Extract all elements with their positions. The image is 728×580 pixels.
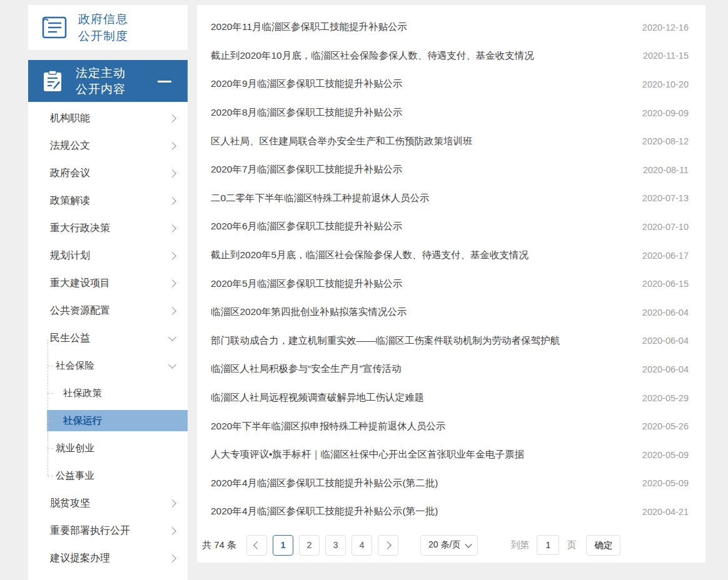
article-list: 2020年11月临淄区参保职工技能提升补贴公示 2020-12-16 截止到20… (197, 5, 705, 526)
article-date: 2020-05-29 (642, 393, 689, 403)
sidebar-menu-item-label: 脱贫攻坚 (50, 497, 169, 510)
article-title-link[interactable]: 2020年4月临淄区参保职工技能提升补贴公示(第一批) (211, 505, 630, 518)
sidebar-header-title: 法定主动 公开内容 (76, 65, 126, 98)
article-title-link[interactable]: 2020年6月临淄区参保职工技能提升补贴公示 (211, 220, 630, 233)
chevron-icon (168, 527, 176, 535)
article-list-panel: 2020年11月临淄区参保职工技能提升补贴公示 2020-12-16 截止到20… (197, 5, 705, 562)
sidebar-menu-item[interactable]: 法规公文 (28, 132, 188, 159)
page-size-label: 20 条/页 (428, 539, 460, 551)
article-title-link[interactable]: 2020年9月临淄区参保职工技能提升补贴公示 (211, 78, 630, 91)
article-title-link[interactable]: 2020年11月临淄区参保职工技能提升补贴公示 (211, 21, 630, 34)
article-date: 2020-05-26 (642, 421, 689, 431)
confirm-button[interactable]: 确定 (586, 535, 620, 556)
confirm-button-label: 确定 (594, 539, 612, 551)
sidebar-menu-item[interactable]: 重大建设项目 (28, 269, 188, 297)
chevron-icon (168, 279, 176, 288)
sidebar-menu-item[interactable]: 社保政策 (28, 379, 188, 407)
article-title-link[interactable]: 临淄区人社局远程视频调查破解异地工伤认定难题 (211, 391, 630, 404)
sidebar-menu-item-label: 社保运行 (63, 414, 175, 428)
article-title-link[interactable]: 2020年下半年临淄区拟申报特殊工种提前退休人员公示 (211, 420, 630, 433)
sidebar-panel: 法定主动 公开内容 机构职能 法规公文 政府会议 政策解读 (28, 60, 188, 580)
article-row: 2020年4月临淄区参保职工技能提升补贴公示(第二批) 2020-05-09 (197, 469, 705, 498)
sidebar-menu-item[interactable]: 规划计划 (28, 242, 188, 269)
sidebar-menu-item[interactable]: 就业创业 (28, 434, 188, 462)
chevron-icon (168, 252, 176, 260)
article-row: 临淄区人社局积极参与“安全生产月”宣传活动 2020-06-04 (197, 355, 705, 384)
sidebar-card-gov-info-system[interactable]: 政府信息 公开制度 (28, 5, 188, 50)
sidebar-menu-item-label: 公益事业 (56, 469, 175, 482)
pagination-next-button[interactable] (378, 535, 398, 556)
sidebar-menu-item[interactable]: 机构职能 (28, 104, 188, 132)
article-title-link[interactable]: 区人社局、区住建局联合举办安全生产和工伤预防政策培训班 (211, 135, 630, 148)
sidebar-menu-item-label: 社保政策 (63, 387, 175, 400)
article-title-link[interactable]: 2020年5月临淄区参保职工技能提升补贴公示 (211, 278, 630, 291)
article-row: 2020年6月临淄区参保职工技能提升补贴公示 2020-07-10 (197, 212, 705, 241)
article-title-link[interactable]: 截止到2020年5月底，临淄区社会保险参保人数、待遇支付、基金收支情况 (211, 249, 630, 262)
goto-page-input[interactable] (537, 535, 559, 555)
sidebar-menu-item[interactable]: 政策解读 (28, 187, 188, 214)
article-title-link[interactable]: 部门联动成合力，建立机制重实效——临淄区工伤案件联动机制为劳动者保驾护航 (211, 334, 630, 348)
article-title-link[interactable]: 二0二零年下半年临淄区特殊工种提前退休人员公示 (211, 192, 630, 205)
pagination-page-number: 3 (333, 540, 338, 550)
chevron-icon (168, 361, 176, 369)
pagination-page-button[interactable]: 4 (351, 535, 372, 556)
sidebar-header-statutory-disclosure[interactable]: 法定主动 公开内容 (28, 60, 188, 102)
article-title-link[interactable]: 2020年7月临淄区参保职工技能提升补贴公示 (211, 163, 630, 176)
pagination-page-button[interactable]: 1 (273, 535, 293, 556)
sidebar-menu-item[interactable]: 脱贫攻坚 (28, 489, 188, 517)
article-date: 2020-11-15 (643, 51, 689, 61)
article-title-link[interactable]: 截止到2020年10月底，临淄区社会保险参保人数、待遇支付、基金收支情况 (211, 49, 630, 62)
article-title-link[interactable]: 2020年4月临淄区参保职工技能提升补贴公示(第二批) (211, 477, 630, 490)
sidebar-menu-item[interactable]: 公共资源配置 (28, 297, 188, 324)
article-date: 2020-05-09 (642, 450, 689, 460)
chevron-right-icon (383, 541, 392, 549)
pagination-page-button[interactable]: 3 (325, 535, 346, 556)
article-date: 2020-07-13 (642, 193, 689, 203)
sidebar-menu-item[interactable]: 社保运行 (47, 410, 188, 431)
sidebar-menu-item-label: 重大行政决策 (50, 222, 169, 235)
sidebar-menu-item[interactable]: 重大行政决策 (28, 214, 188, 242)
sidebar-menu-item-label: 重要部署执行公开 (50, 524, 169, 538)
sidebar-menu-item-label: 规划计划 (50, 249, 169, 262)
sidebar-menu-item-label: 建议提案办理 (50, 552, 169, 565)
article-row: 区人社局、区住建局联合举办安全生产和工伤预防政策培训班 2020-08-12 (197, 127, 705, 156)
page-size-select[interactable]: 20 条/页 (420, 535, 478, 556)
chevron-icon (168, 197, 176, 205)
article-row: 2020年11月临淄区参保职工技能提升补贴公示 2020-12-16 (197, 13, 705, 42)
article-date: 2020-08-11 (643, 165, 689, 175)
document-lines-icon (41, 15, 68, 40)
article-row: 截止到2020年10月底，临淄区社会保险参保人数、待遇支付、基金收支情况 202… (197, 42, 705, 71)
article-date: 2020-06-15 (642, 279, 689, 289)
article-row: 2020年8月临淄区参保职工技能提升补贴公示 2020-09-09 (197, 99, 705, 128)
sidebar-menu-item[interactable]: 民生公益 (28, 324, 188, 352)
sidebar-menu-item[interactable]: 公益事业 (28, 462, 188, 489)
pagination-bar: 共 74 条 1 2 3 4 20 条/页 到第 (197, 535, 705, 556)
sidebar-menu: 机构职能 法规公文 政府会议 政策解读 重大行政决策 规划计划 (28, 102, 188, 572)
article-row: 二0二零年下半年临淄区特殊工种提前退休人员公示 2020-07-13 (197, 184, 705, 213)
article-title-link[interactable]: 临淄区人社局积极参与“安全生产月”宣传活动 (211, 362, 630, 376)
article-row: 临淄区人社局远程视频调查破解异地工伤认定难题 2020-05-29 (197, 384, 705, 412)
article-row: 2020年4月临淄区参保职工技能提升补贴公示(第一批) 2020-04-21 (197, 498, 705, 526)
article-row: 截止到2020年5月底，临淄区社会保险参保人数、待遇支付、基金收支情况 2020… (197, 241, 705, 270)
sidebar-menu-item-label: 社会保险 (56, 359, 169, 372)
article-date: 2020-05-09 (642, 478, 689, 488)
pagination-page-button[interactable]: 2 (299, 535, 320, 556)
sidebar-menu-item-label: 法规公文 (50, 139, 169, 152)
article-title-link[interactable]: 临淄区2020年第四批创业补贴拟落实情况公示 (211, 306, 630, 319)
article-date: 2020-06-04 (642, 336, 689, 346)
article-date: 2020-06-17 (642, 251, 689, 261)
article-date: 2020-04-21 (642, 507, 689, 517)
pagination-page-number: 4 (359, 540, 364, 550)
chevron-left-icon (253, 541, 261, 549)
sidebar-menu-item[interactable]: 重要部署执行公开 (28, 517, 188, 544)
collapse-minus-icon[interactable] (158, 81, 171, 82)
sidebar-menu-item[interactable]: 建议提案办理 (28, 544, 188, 572)
sidebar-menu-item[interactable]: 政府会议 (28, 159, 188, 187)
sidebar-menu-item[interactable]: 社会保险 (28, 352, 188, 379)
pagination-prev-button[interactable] (246, 535, 267, 556)
article-title-link[interactable]: 人大专项评议•旗手标杆｜临淄区社保中心开出全区首张职业年金电子票据 (211, 448, 630, 461)
article-title-link[interactable]: 2020年8月临淄区参保职工技能提升补贴公示 (211, 106, 630, 119)
goto-page-group: 到第 页 (510, 535, 576, 555)
chevron-icon (168, 169, 176, 178)
pagination-total-count: 共 74 条 (202, 539, 236, 551)
